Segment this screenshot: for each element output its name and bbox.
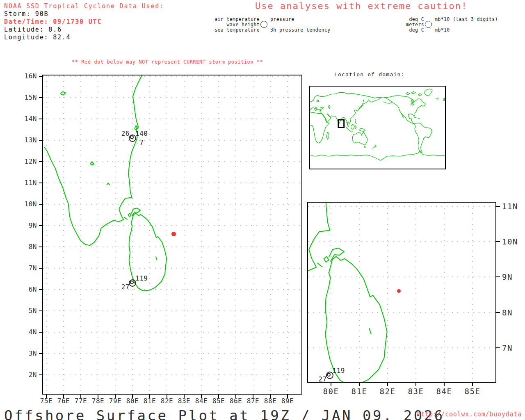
station-sea-temp: 27 xyxy=(121,284,130,290)
lat-tick xyxy=(39,310,42,311)
lon-tick-label: 84E xyxy=(432,388,457,395)
lon-tick-label: 82E xyxy=(375,388,400,395)
lat-tick-label: 8N xyxy=(502,309,513,317)
storm-info-header: NOAA SSD Tropical Cyclone Data Used: xyxy=(4,2,164,10)
main-map: 26140-711927 xyxy=(42,75,302,395)
legend-units-circle-wrap xyxy=(424,21,432,28)
lat-tick xyxy=(39,204,42,205)
lat-tick-label: 8N xyxy=(17,244,37,250)
lat-tick xyxy=(496,206,500,207)
lat-tick-label: 10N xyxy=(502,238,518,246)
world-domain-map xyxy=(309,86,446,169)
lat-tick xyxy=(39,140,42,141)
lat-tick xyxy=(39,374,42,375)
world-coastline xyxy=(373,146,375,149)
world-coastline xyxy=(355,119,357,124)
coastline xyxy=(90,162,94,165)
offshore-surface-plot-page: NOAA SSD Tropical Cyclone Data Used: Sto… xyxy=(0,0,525,420)
legend-sea-temp-label: sea temperature xyxy=(213,27,260,33)
lat-tick xyxy=(39,289,42,290)
storm-info-longitude: Longitude: 82.4 xyxy=(4,34,164,41)
lat-tick xyxy=(39,119,42,119)
legend-air-temp-units: deg C xyxy=(395,16,424,22)
lon-tick-label: 89E xyxy=(275,398,300,404)
legend-air-temp-label: air temperature xyxy=(213,16,260,22)
world-coastline-layer xyxy=(310,87,445,169)
coastline xyxy=(317,263,322,267)
lat-tick-label: 2N xyxy=(17,372,37,378)
world-coastline xyxy=(352,132,368,145)
coastline xyxy=(156,256,157,260)
world-coastline xyxy=(365,146,366,148)
station-pressure: 119 xyxy=(333,368,345,374)
lon-tick xyxy=(472,383,473,386)
legend-wave-height-units: meters xyxy=(395,22,424,27)
world-coastline xyxy=(411,103,414,105)
station-pressure: 119 xyxy=(135,275,148,282)
world-coastline xyxy=(383,102,392,103)
world-coastline xyxy=(359,128,365,132)
world-coastline xyxy=(382,96,425,124)
lat-tick-label: 15N xyxy=(17,94,37,101)
legend-tendency-units: mb*10 xyxy=(432,27,498,33)
station-inner-circle-icon xyxy=(130,281,134,284)
world-coastline xyxy=(321,107,324,108)
lat-tick xyxy=(39,247,42,247)
world-coastline xyxy=(310,112,329,143)
lat-tick xyxy=(39,161,42,162)
lat-tick-label: 12N xyxy=(17,158,37,165)
world-coastline xyxy=(310,151,445,160)
world-coastline xyxy=(375,144,376,147)
red-dot-note: ** Red dot below may NOT represent CURRE… xyxy=(72,59,263,65)
coastline xyxy=(44,75,143,245)
lat-tick-label: 7N xyxy=(17,265,37,272)
lat-tick-label: 11N xyxy=(502,203,518,210)
coastline-layer xyxy=(308,203,495,382)
lat-tick-label: 5N xyxy=(17,308,37,314)
world-coastline xyxy=(346,127,350,131)
world-coastline xyxy=(317,100,319,102)
lon-tick xyxy=(387,383,388,386)
world-coastline xyxy=(418,94,421,96)
storm-info-storm: Storm: 90B xyxy=(4,10,164,18)
lat-tick xyxy=(496,241,500,242)
station-sea-temp: 27 xyxy=(318,376,326,383)
lon-tick xyxy=(331,383,331,386)
lat-tick xyxy=(39,332,42,333)
units-legend: deg C meters deg C mb*10 (last 3 digits)… xyxy=(395,16,498,32)
lat-tick xyxy=(39,97,42,98)
legend-pressure-units: mb*10 (last 3 digits) xyxy=(432,16,498,22)
station-model-legend: air temperature wave height sea temperat… xyxy=(213,16,330,32)
world-coastline xyxy=(413,117,417,118)
storm-info-datetime: Date/Time: 09/1730 UTC xyxy=(4,18,164,26)
lat-tick xyxy=(496,347,500,348)
world-coastline xyxy=(414,123,432,153)
station-circle-icon xyxy=(425,21,432,28)
world-coastline xyxy=(329,105,330,109)
world-coastline xyxy=(406,92,410,95)
lon-tick-label: 80E xyxy=(319,388,343,395)
lon-tick xyxy=(359,383,360,386)
lon-tick xyxy=(444,383,445,386)
station-inner-circle-icon xyxy=(327,373,331,377)
lon-tick-label: 83E xyxy=(404,388,428,395)
station-circle-icon xyxy=(260,21,267,28)
coastline xyxy=(128,213,131,217)
coastline xyxy=(369,328,371,334)
lat-tick xyxy=(496,312,500,313)
world-coastline xyxy=(326,132,329,139)
lat-tick-label: 9N xyxy=(17,222,37,229)
storm-info-latitude: Latitude: 8.6 xyxy=(4,26,164,34)
lat-tick xyxy=(39,268,42,269)
legend-sea-temp-units: deg C xyxy=(395,27,424,33)
lon-tick-label: 81E xyxy=(347,388,372,395)
coastline xyxy=(324,256,329,262)
world-coastline xyxy=(425,89,432,96)
coastline xyxy=(124,217,128,219)
station-pressure-tendency: -7 xyxy=(135,139,144,146)
lat-tick-label: 10N xyxy=(17,201,37,208)
world-coastline xyxy=(411,91,415,94)
lat-tick-label: 7N xyxy=(502,344,513,352)
world-coastline xyxy=(443,98,445,101)
source-url: http://coolwx.com/buoydata xyxy=(417,411,522,418)
